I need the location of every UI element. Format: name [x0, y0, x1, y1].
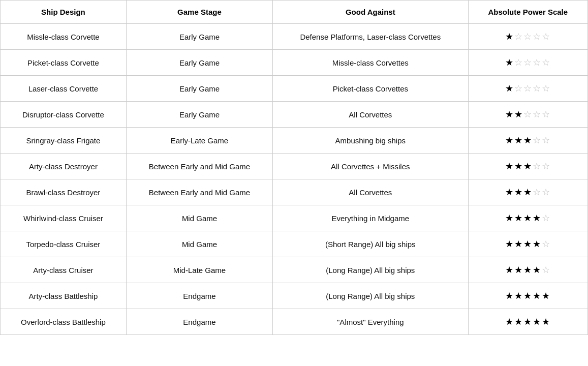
- power-scale-cell: ★★☆☆☆: [468, 102, 587, 128]
- star-filled-icon: ★: [533, 317, 542, 327]
- table-row: Disruptor-class CorvetteEarly GameAll Co…: [1, 102, 588, 128]
- star-empty-icon: ☆: [542, 109, 551, 119]
- star-filled-icon: ★: [505, 109, 514, 119]
- star-empty-icon: ☆: [542, 265, 551, 275]
- star-filled-icon: ★: [505, 187, 514, 197]
- star-filled-icon: ★: [505, 265, 514, 275]
- game-stage-cell: Early Game: [126, 76, 272, 102]
- header-power-scale: Absolute Power Scale: [468, 1, 587, 24]
- star-filled-icon: ★: [505, 291, 514, 301]
- star-empty-icon: ☆: [514, 32, 523, 42]
- star-empty-icon: ☆: [533, 187, 542, 197]
- ship-design-cell: Sringray-class Frigate: [1, 128, 127, 154]
- star-filled-icon: ★: [505, 213, 514, 223]
- star-rating: ★★★★★: [477, 290, 579, 301]
- power-scale-cell: ★★★☆☆: [468, 128, 587, 154]
- star-filled-icon: ★: [505, 317, 514, 327]
- table-row: Picket-class CorvetteEarly GameMissle-cl…: [1, 50, 588, 76]
- star-filled-icon: ★: [514, 161, 523, 171]
- star-filled-icon: ★: [514, 239, 523, 249]
- ship-design-cell: Arty-class Battleship: [1, 283, 127, 309]
- star-filled-icon: ★: [514, 109, 523, 119]
- star-filled-icon: ★: [505, 135, 514, 145]
- game-stage-cell: Early Game: [126, 102, 272, 128]
- power-scale-cell: ★☆☆☆☆: [468, 76, 587, 102]
- good-against-cell: "Almost" Everything: [273, 309, 468, 335]
- good-against-cell: Defense Platforms, Laser-class Corvettes: [273, 24, 468, 50]
- star-rating: ★★★☆☆: [477, 135, 579, 146]
- game-stage-cell: Endgame: [126, 283, 272, 309]
- star-rating: ★★★★☆: [477, 212, 579, 224]
- game-stage-cell: Between Early and Mid Game: [126, 179, 272, 205]
- ship-design-cell: Arty-class Cruiser: [1, 257, 127, 283]
- power-scale-cell: ★★★★☆: [468, 205, 587, 231]
- table-row: Arty-class DestroyerBetween Early and Mi…: [1, 154, 588, 179]
- star-empty-icon: ☆: [542, 135, 551, 145]
- ship-design-cell: Missle-class Corvette: [1, 24, 127, 50]
- ship-design-cell: Torpedo-class Cruiser: [1, 231, 127, 257]
- game-stage-cell: Mid Game: [126, 231, 272, 257]
- game-stage-cell: Endgame: [126, 309, 272, 335]
- star-empty-icon: ☆: [542, 213, 551, 223]
- good-against-cell: Ambushing big ships: [273, 128, 468, 154]
- star-filled-icon: ★: [514, 135, 523, 145]
- star-filled-icon: ★: [533, 239, 542, 249]
- star-filled-icon: ★: [523, 187, 533, 197]
- star-empty-icon: ☆: [542, 239, 551, 249]
- star-empty-icon: ☆: [542, 57, 551, 68]
- star-filled-icon: ★: [533, 213, 542, 223]
- star-empty-icon: ☆: [533, 109, 542, 119]
- star-filled-icon: ★: [514, 291, 523, 301]
- good-against-cell: (Short Range) All big ships: [273, 231, 468, 257]
- good-against-cell: Picket-class Corvettes: [273, 76, 468, 102]
- star-empty-icon: ☆: [523, 32, 533, 42]
- ship-design-cell: Brawl-class Destroyer: [1, 179, 127, 205]
- good-against-cell: Missle-class Corvettes: [273, 50, 468, 76]
- star-filled-icon: ★: [505, 32, 514, 42]
- star-rating: ★★★★☆: [477, 238, 579, 250]
- star-rating: ★★★★☆: [477, 264, 579, 276]
- table-row: Arty-class BattleshipEndgame(Long Range)…: [1, 283, 588, 309]
- good-against-cell: All Corvettes: [273, 102, 468, 128]
- star-rating: ★★★☆☆: [477, 187, 579, 198]
- star-filled-icon: ★: [523, 265, 533, 275]
- header-good-against: Good Against: [273, 1, 468, 24]
- star-filled-icon: ★: [533, 291, 542, 301]
- table-container: Ship Design Game Stage Good Against Abso…: [0, 0, 588, 335]
- star-filled-icon: ★: [523, 317, 533, 327]
- star-rating: ★☆☆☆☆: [477, 31, 579, 42]
- table-row: Torpedo-class CruiserMid Game(Short Rang…: [1, 231, 588, 257]
- star-empty-icon: ☆: [533, 83, 542, 94]
- star-filled-icon: ★: [542, 291, 551, 301]
- ship-design-cell: Overlord-class Battleship: [1, 309, 127, 335]
- power-scale-cell: ★★★★☆: [468, 257, 587, 283]
- table-row: Overlord-class BattleshipEndgame"Almost"…: [1, 309, 588, 335]
- header-game-stage: Game Stage: [126, 1, 272, 24]
- power-scale-cell: ★★★★★: [468, 283, 587, 309]
- star-rating: ★★★★★: [477, 316, 579, 327]
- game-stage-cell: Early Game: [126, 50, 272, 76]
- header-ship-design: Ship Design: [1, 1, 127, 24]
- good-against-cell: Everything in Midgame: [273, 205, 468, 231]
- ship-design-cell: Whirlwind-class Cruiser: [1, 205, 127, 231]
- star-empty-icon: ☆: [514, 83, 523, 94]
- table-row: Missle-class CorvetteEarly GameDefense P…: [1, 24, 588, 50]
- star-filled-icon: ★: [514, 317, 523, 327]
- power-scale-cell: ★★★★★: [468, 309, 587, 335]
- table-header-row: Ship Design Game Stage Good Against Abso…: [1, 1, 588, 24]
- good-against-cell: All Corvettes: [273, 179, 468, 205]
- star-rating: ★☆☆☆☆: [477, 83, 579, 94]
- star-filled-icon: ★: [505, 239, 514, 249]
- good-against-cell: (Long Range) All big ships: [273, 283, 468, 309]
- star-rating: ★☆☆☆☆: [477, 57, 579, 68]
- star-filled-icon: ★: [514, 265, 523, 275]
- good-against-cell: All Corvettes + Missiles: [273, 154, 468, 179]
- ship-design-table: Ship Design Game Stage Good Against Abso…: [0, 0, 588, 335]
- star-rating: ★★★☆☆: [477, 161, 579, 172]
- game-stage-cell: Between Early and Mid Game: [126, 154, 272, 179]
- star-empty-icon: ☆: [533, 161, 542, 171]
- game-stage-cell: Early Game: [126, 24, 272, 50]
- table-row: Sringray-class FrigateEarly-Late GameAmb…: [1, 128, 588, 154]
- good-against-cell: (Long Range) All big ships: [273, 257, 468, 283]
- star-filled-icon: ★: [533, 265, 542, 275]
